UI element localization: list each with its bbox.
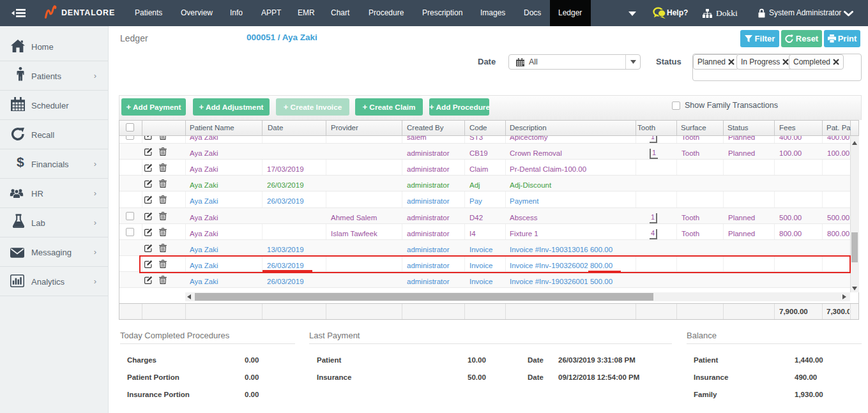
svg-text:$: $ — [17, 155, 24, 169]
